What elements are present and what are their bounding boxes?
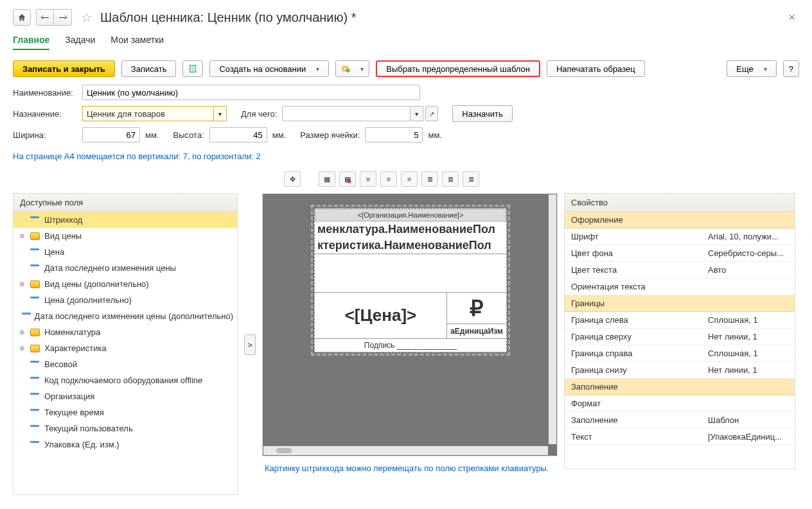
tree-item-label: Весовой [44, 359, 77, 369]
template-price-cell[interactable]: <[Цена]> [315, 293, 447, 338]
property-row[interactable]: ШрифтArial, 10, полужи... [565, 229, 795, 245]
help-button[interactable]: ? [783, 60, 799, 77]
property-value: Сплошная, 1 [708, 315, 788, 325]
property-row[interactable]: Цвет фонаСеребристо-серы... [565, 245, 795, 262]
field-icon [30, 248, 39, 250]
tree-item[interactable]: Цена [13, 244, 237, 260]
select-template-button[interactable]: Выбрать предопределенный шаблон [376, 60, 540, 77]
cell-unit: мм. [428, 130, 442, 140]
tab-main[interactable]: Главное [13, 35, 49, 50]
expander-icon[interactable]: ⊕ [17, 345, 26, 352]
save-close-button[interactable]: Записать и закрыть [13, 60, 115, 77]
tree-item[interactable]: Штрихкод [13, 212, 237, 228]
tree-item[interactable]: Дата последнего изменения цены (дополнит… [13, 308, 237, 324]
property-row[interactable]: Ориентация текста [565, 279, 795, 295]
tree-item[interactable]: Цена (дополнительно) [13, 292, 237, 308]
height-input[interactable] [209, 127, 267, 142]
expander-icon[interactable]: ⊕ [17, 232, 26, 239]
back-button[interactable]: 🡐 [36, 9, 54, 26]
arrow-left-icon: 🡐 [40, 12, 49, 22]
tree-item[interactable]: Весовой [13, 356, 237, 372]
label-template[interactable]: <[Организация.Наименование]> менклатура.… [314, 208, 507, 352]
folder-icon [30, 280, 40, 288]
more-button[interactable]: Еще [727, 60, 776, 77]
properties-panel: Свойство ОформлениеШрифтArial, 10, полуж… [564, 193, 795, 469]
grid-add-button[interactable]: ▦ [319, 171, 335, 187]
justify-center-button[interactable]: ≣ [442, 171, 459, 187]
property-name: Граница справа [571, 349, 708, 358]
tree-item[interactable]: Текущее время [13, 404, 237, 420]
forwhat-input[interactable] [282, 106, 410, 121]
tree-item[interactable]: Организация [13, 388, 237, 404]
tree-item-label: Характеристика [44, 343, 107, 353]
tab-tasks[interactable]: Задачи [65, 35, 95, 50]
grid-remove-button[interactable]: ▦✖ [339, 171, 356, 187]
field-icon [30, 216, 39, 218]
property-row[interactable]: ЗаполнениеШаблон [565, 412, 795, 429]
print-sample-button[interactable]: Напечатать образец [547, 60, 645, 77]
forwhat-open-button[interactable]: ↗ [425, 106, 438, 121]
home-button[interactable] [13, 9, 31, 26]
tree-item[interactable]: ⊕Характеристика [13, 340, 237, 356]
justify-right-button[interactable]: ≣ [463, 171, 479, 187]
tree-item[interactable]: ⊕Вид цены (дополнительно) [13, 276, 237, 292]
save-button[interactable]: Записать [121, 60, 177, 77]
property-row[interactable]: Граница сверхуНет линии, 1 [565, 329, 795, 345]
assign-button[interactable]: Назначить [452, 105, 512, 122]
tree-item-label: Вид цены [44, 231, 82, 241]
favorite-icon[interactable]: ☆ [81, 10, 93, 25]
name-input[interactable] [82, 85, 420, 100]
property-row[interactable]: Граница слеваСплошная, 1 [565, 312, 795, 329]
expander-icon[interactable]: ⊕ [17, 329, 26, 336]
forwhat-dropdown-button[interactable]: ▾ [410, 106, 423, 121]
purpose-dropdown-button[interactable]: ▾ [214, 106, 227, 121]
align-right-button[interactable]: ≡ [401, 171, 418, 187]
fields-panel-header: Доступные поля [13, 194, 237, 212]
property-row[interactable]: Цвет текстаАвто [565, 262, 795, 279]
attach-button[interactable] [335, 60, 369, 77]
template-org-cell[interactable]: <[Организация.Наименование]> [315, 209, 506, 221]
property-row[interactable]: Граница справаСплошная, 1 [565, 345, 795, 362]
property-row[interactable]: Граница снизуНет линии, 1 [565, 362, 795, 379]
tree-item[interactable]: Упаковка (Ед. изм.) [13, 436, 237, 453]
align-left-button[interactable]: ≡ [360, 171, 376, 187]
tree-item[interactable]: ⊕Номенклатура [13, 324, 237, 340]
canvas-scrollbar-horizontal[interactable] [263, 446, 548, 455]
purpose-select[interactable]: Ценник для товаров [82, 106, 214, 121]
template-name-line2[interactable]: ктеристика.НаименованиеПол [315, 237, 506, 254]
tree-item[interactable]: Дата последнего изменения цены [13, 260, 237, 276]
tab-notes[interactable]: Мои заметки [110, 35, 164, 50]
expander-icon[interactable]: ⊕ [17, 280, 26, 288]
template-currency-cell[interactable]: ₽ [447, 293, 506, 324]
property-name: Цвет фона [571, 248, 708, 258]
property-value: [УпаковкаЕдиниц... [708, 432, 788, 442]
create-based-button[interactable]: Создать на основании [209, 60, 329, 77]
cell-input[interactable] [365, 127, 423, 142]
justify-right-icon: ≣ [468, 175, 474, 184]
template-sign-cell[interactable]: Подпись ______________ [315, 338, 506, 352]
fields-tree[interactable]: Штрихкод⊕Вид ценыЦенаДата последнего изм… [13, 212, 237, 494]
tree-item-label: Цена (дополнительно) [44, 295, 132, 305]
splitter-button[interactable]: > [244, 334, 256, 355]
move-tool-button[interactable]: ✥ [284, 171, 301, 187]
tree-item[interactable]: Текущий пользователь [13, 420, 237, 436]
close-button[interactable]: × [784, 11, 799, 24]
tree-item[interactable]: ⊕Вид цены [13, 228, 237, 244]
template-unit-cell[interactable]: аЕдиницаИзм [447, 324, 506, 338]
property-value: Сплошная, 1 [708, 349, 788, 358]
width-input[interactable] [82, 127, 140, 142]
canvas[interactable]: <[Организация.Наименование]> менклатура.… [262, 193, 558, 456]
template-spacer[interactable] [315, 254, 506, 292]
properties-list[interactable]: ОформлениеШрифтArial, 10, полужи...Цвет … [565, 212, 795, 469]
canvas-scrollbar-vertical[interactable] [549, 194, 556, 444]
template-name-line1[interactable]: менклатура.НаименованиеПол [315, 221, 506, 237]
align-center-button[interactable]: ≡ [380, 171, 397, 187]
tree-item-label: Цена [44, 247, 64, 257]
tree-item[interactable]: Код подключаемого оборудования offline [13, 372, 237, 388]
property-name: Ориентация текста [571, 282, 708, 291]
report-button[interactable] [182, 60, 203, 77]
forward-button[interactable]: 🡒 [54, 9, 72, 26]
property-row[interactable]: Текст[УпаковкаЕдиниц... [565, 429, 795, 445]
justify-left-button[interactable]: ≣ [421, 171, 438, 187]
property-row[interactable]: Формат [565, 395, 795, 412]
